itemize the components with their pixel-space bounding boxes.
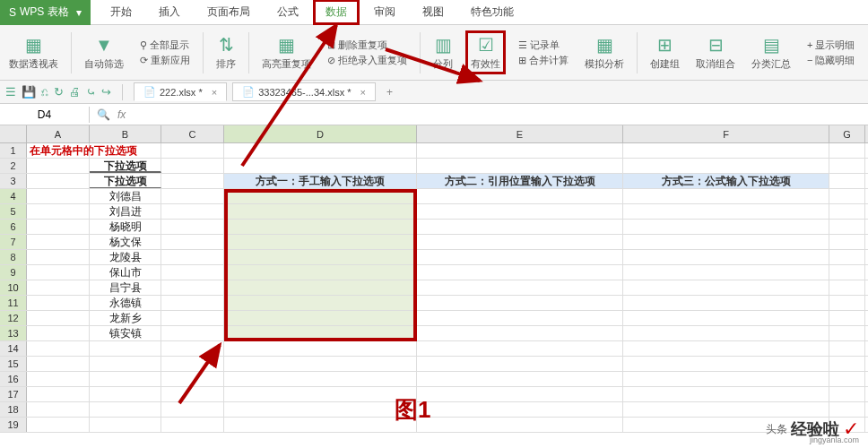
menu-view[interactable]: 视图 (410, 0, 456, 25)
fx-search-icon[interactable]: 🔍 (97, 108, 110, 121)
cell-D3[interactable]: 方式一：手工输入下拉选项 (224, 174, 417, 188)
cell-D12[interactable] (224, 311, 417, 325)
cell-C16[interactable] (161, 372, 224, 386)
cell-G10[interactable] (829, 280, 865, 295)
cell-E13[interactable] (417, 326, 623, 340)
cell-C6[interactable] (161, 220, 224, 234)
cell-F12[interactable] (623, 311, 829, 325)
cell-D8[interactable] (224, 250, 417, 264)
cell-A9[interactable] (27, 265, 90, 280)
cell-E16[interactable] (417, 372, 623, 386)
cell-A17[interactable] (27, 387, 90, 401)
cell-B8[interactable]: 龙陵县 (90, 250, 161, 264)
cell-D5[interactable] (224, 204, 417, 219)
row-header[interactable]: 9 (0, 265, 27, 280)
autofilter-button[interactable]: ▼ 自动筛选 (81, 25, 127, 80)
cell-F5[interactable] (623, 204, 829, 219)
cell-B11[interactable]: 永德镇 (90, 296, 161, 310)
col-F[interactable]: F (623, 125, 829, 142)
row-header[interactable]: 5 (0, 204, 27, 219)
row-header[interactable]: 8 (0, 250, 27, 264)
cell-C7[interactable] (161, 235, 224, 249)
cell-E7[interactable] (417, 235, 623, 249)
cell-B2[interactable]: 下拉选项 (90, 159, 161, 173)
cell-G6[interactable] (829, 220, 865, 234)
cell-D2[interactable] (224, 159, 417, 173)
cell-F2[interactable] (623, 159, 829, 173)
cell-A6[interactable] (27, 220, 90, 234)
row-header[interactable]: 10 (0, 280, 27, 295)
cell-A3[interactable] (27, 174, 90, 188)
cell-G4[interactable] (829, 189, 865, 203)
cell-E3[interactable]: 方式二：引用位置输入下拉选项 (417, 174, 623, 188)
cell-C19[interactable] (161, 418, 224, 432)
col-B[interactable]: B (90, 125, 161, 142)
doctab-1[interactable]: 📄 222.xlsx * × (134, 82, 227, 101)
row-header[interactable]: 2 (0, 159, 27, 173)
cell-C13[interactable] (161, 326, 224, 340)
whatif-button[interactable]: ▦ 模拟分析 (581, 25, 628, 80)
cell-E6[interactable] (417, 220, 623, 234)
splitcol-button[interactable]: ▥ 分列 (430, 25, 456, 80)
cell-B17[interactable] (90, 387, 161, 401)
cell-C8[interactable] (161, 250, 224, 264)
menu-start[interactable]: 开始 (98, 0, 144, 25)
row-header[interactable]: 18 (0, 402, 27, 417)
cell-F14[interactable] (623, 341, 829, 356)
cell-C9[interactable] (161, 265, 224, 280)
cell-F4[interactable] (623, 189, 829, 203)
cell-G14[interactable] (829, 341, 865, 356)
cell-D11[interactable] (224, 296, 417, 310)
cell-G12[interactable] (829, 311, 865, 325)
cell-E18[interactable] (417, 402, 623, 417)
cell-A7[interactable] (27, 235, 90, 249)
cell-D16[interactable] (224, 372, 417, 386)
qat-save-icon[interactable]: 💾 (22, 85, 36, 99)
menu-formula[interactable]: 公式 (265, 0, 311, 25)
cell-E17[interactable] (417, 387, 623, 401)
fx-icon[interactable]: fx (117, 108, 126, 121)
cell-A18[interactable] (27, 402, 90, 417)
reapply-button[interactable]: ⟳重新应用 (140, 54, 190, 67)
menu-feature[interactable]: 特色功能 (458, 0, 526, 25)
qat-fwd-icon[interactable]: ↪ (101, 85, 111, 99)
cell-A5[interactable] (27, 204, 90, 219)
cell-C1[interactable] (161, 143, 224, 158)
qat-redo-icon[interactable]: ↻ (54, 85, 64, 99)
menu-pagelayout[interactable]: 页面布局 (195, 0, 263, 25)
cell-B15[interactable] (90, 357, 161, 371)
cell-F13[interactable] (623, 326, 829, 340)
cell-D6[interactable] (224, 220, 417, 234)
cell-E4[interactable] (417, 189, 623, 203)
cell-F9[interactable] (623, 265, 829, 280)
consolidate-button[interactable]: ⊞合并计算 (518, 54, 569, 67)
cell-G5[interactable] (829, 204, 865, 219)
deldup-button[interactable]: ⊟删除重复项 (327, 39, 387, 52)
cell-B7[interactable]: 杨文保 (90, 235, 161, 249)
row-header[interactable]: 11 (0, 296, 27, 310)
cell-C3[interactable] (161, 174, 224, 188)
row-header[interactable]: 7 (0, 235, 27, 249)
cell-G18[interactable] (829, 402, 865, 417)
cell-C15[interactable] (161, 357, 224, 371)
cell-D13[interactable] (224, 326, 417, 340)
row-header[interactable]: 19 (0, 418, 27, 432)
cell-E19[interactable] (417, 418, 623, 432)
cell-F18[interactable] (623, 402, 829, 417)
cell-D1[interactable] (224, 143, 417, 158)
cell-B9[interactable]: 保山市 (90, 265, 161, 280)
cell-E5[interactable] (417, 204, 623, 219)
name-box[interactable]: D4 (0, 107, 90, 123)
rejectdup-button[interactable]: ⊘拒绝录入重复项 (327, 54, 407, 67)
cell-F7[interactable] (623, 235, 829, 249)
cell-A16[interactable] (27, 372, 90, 386)
cell-A1[interactable]: 在单元格中的下拉选项 (27, 143, 90, 158)
cell-G11[interactable] (829, 296, 865, 310)
cell-C4[interactable] (161, 189, 224, 203)
cell-C11[interactable] (161, 296, 224, 310)
showdetail-button[interactable]: +显示明细 (807, 39, 855, 52)
select-all-corner[interactable] (0, 125, 27, 142)
cell-A2[interactable] (27, 159, 90, 173)
cell-C5[interactable] (161, 204, 224, 219)
cell-E12[interactable] (417, 311, 623, 325)
